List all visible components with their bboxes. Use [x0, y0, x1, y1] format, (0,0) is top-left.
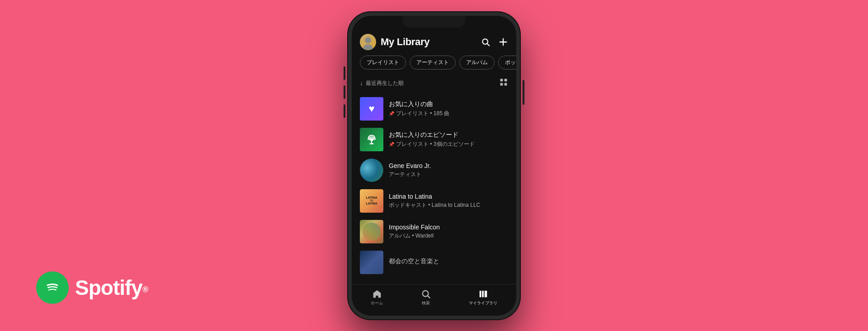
pin-icon-2: 📌	[389, 142, 394, 147]
liked-episodes-info: お気に入りのエピソード 📌 プレイリスト • 3個のエピソード	[389, 131, 508, 148]
spotify-branding: Spotify®	[36, 271, 148, 304]
sort-text: 最近再生した順	[366, 79, 404, 87]
library-item-impossible-falcon[interactable]: Impossible Falcon アルバム • Wardell	[360, 216, 508, 247]
svg-rect-14	[479, 291, 481, 298]
library-header: My Library	[352, 29, 516, 56]
add-button[interactable]	[498, 37, 508, 47]
filter-tab-podcast[interactable]: ポッドキャ	[498, 56, 516, 70]
library-item-city-sky[interactable]: 都会の空と音楽と	[360, 247, 508, 278]
header-actions	[481, 37, 508, 47]
city-sky-title: 都会の空と音楽と	[389, 257, 508, 266]
impossible-falcon-info: Impossible Falcon アルバム • Wardell	[389, 224, 508, 240]
nav-search[interactable]: 検索	[421, 289, 431, 306]
filter-tab-album[interactable]: アルバム	[459, 56, 495, 70]
latina-info: Latina to Latina ポッドキャスト • Latina to Lat…	[389, 193, 508, 209]
liked-songs-subtitle: 📌 プレイリスト • 185 曲	[389, 110, 508, 117]
spotify-logo-icon	[42, 278, 62, 298]
heart-icon: ♥	[368, 103, 374, 115]
user-avatar[interactable]	[360, 34, 376, 50]
volume-buttons	[344, 66, 345, 118]
gene-evaro-title: Gene Evaro Jr.	[389, 162, 508, 169]
impossible-falcon-subtitle: アルバム • Wardell	[389, 232, 508, 240]
spotify-logo-circle	[36, 271, 69, 304]
svg-point-0	[43, 278, 62, 297]
page-title: My Library	[381, 36, 476, 48]
pin-icon: 📌	[389, 111, 394, 116]
sort-row: ↓ 最近再生した順	[352, 76, 516, 93]
svg-line-2	[487, 43, 490, 46]
gene-evaro-art	[360, 159, 383, 182]
library-item-gene-evaro[interactable]: Gene Evaro Jr. アーティスト	[360, 155, 508, 186]
power-button	[523, 80, 524, 105]
nav-home-label: ホーム	[371, 300, 383, 306]
liked-episodes-subtitle: 📌 プレイリスト • 3個のエピソード	[389, 140, 508, 148]
sort-label[interactable]: ↓ 最近再生した順	[360, 79, 404, 87]
phone-notch	[402, 16, 466, 28]
search-button[interactable]	[481, 37, 490, 47]
phone-screen: My Library	[352, 16, 516, 316]
sort-direction-icon: ↓	[360, 79, 363, 87]
svg-rect-7	[500, 83, 503, 85]
svg-line-13	[428, 296, 430, 298]
library-item-liked-episodes[interactable]: お気に入りのエピソード 📌 プレイリスト • 3個のエピソード	[360, 124, 508, 155]
nav-library[interactable]: マイライブラリ	[469, 289, 497, 306]
gene-evaro-subtitle: アーティスト	[389, 171, 508, 178]
liked-episodes-art	[360, 128, 383, 151]
impossible-falcon-title: Impossible Falcon	[389, 224, 508, 231]
spotify-text: Spotify®	[75, 275, 148, 300]
filter-tabs: プレイリスト アーティスト アルバム ポッドキャ	[352, 56, 516, 76]
city-sky-art	[360, 251, 383, 274]
bottom-nav: ホーム 検索 マイライブラリ	[352, 284, 516, 316]
liked-episodes-title: お気に入りのエピソード	[389, 131, 508, 139]
city-sky-info: 都会の空と音楽と	[389, 257, 508, 267]
svg-rect-6	[505, 79, 507, 81]
nav-search-label: 検索	[422, 300, 430, 306]
filter-tab-playlist[interactable]: プレイリスト	[360, 56, 406, 70]
podcast-waves-icon	[365, 133, 378, 146]
latina-art: LATINA TO LATINA	[360, 189, 383, 213]
phone-device: My Library	[348, 12, 520, 319]
grid-view-icon[interactable]	[499, 78, 508, 89]
svg-rect-16	[484, 291, 487, 298]
search-nav-icon	[421, 289, 431, 299]
gene-evaro-info: Gene Evaro Jr. アーティスト	[389, 162, 508, 178]
svg-rect-5	[500, 79, 503, 81]
latina-title: Latina to Latina	[389, 193, 508, 200]
phone-frame: My Library	[348, 12, 520, 319]
latina-subtitle: ポッドキャスト • Latina to Latina LLC	[389, 201, 508, 209]
filter-tab-artist[interactable]: アーティスト	[410, 56, 456, 70]
impossible-falcon-art	[360, 220, 383, 243]
home-icon	[372, 289, 382, 299]
library-nav-icon	[478, 289, 488, 299]
svg-rect-8	[505, 83, 507, 85]
screen-content: My Library	[352, 16, 516, 284]
liked-songs-art: ♥	[360, 97, 383, 121]
nav-home[interactable]: ホーム	[371, 289, 383, 306]
library-item-latina[interactable]: LATINA TO LATINA Latina to Latina ポッドキャス…	[360, 186, 508, 216]
nav-library-label: マイライブラリ	[469, 300, 497, 306]
library-list: ♥ お気に入りの曲 📌 プレイリスト • 185 曲	[352, 93, 516, 278]
liked-songs-info: お気に入りの曲 📌 プレイリスト • 185 曲	[389, 100, 508, 117]
liked-songs-title: お気に入りの曲	[389, 100, 508, 108]
svg-point-12	[423, 291, 429, 297]
library-item-liked-songs[interactable]: ♥ お気に入りの曲 📌 プレイリスト • 185 曲	[360, 93, 508, 124]
svg-rect-15	[482, 291, 484, 298]
